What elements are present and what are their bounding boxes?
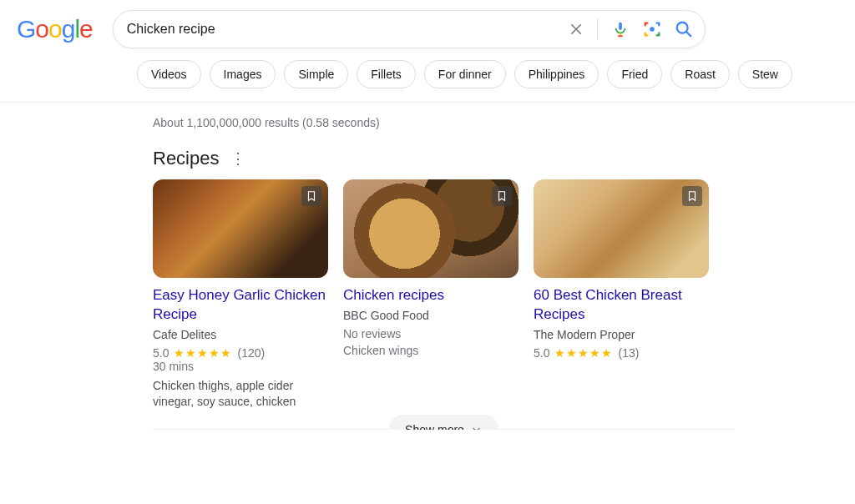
star-icon: ★★★★★ — [174, 346, 232, 360]
voice-search-icon[interactable] — [611, 20, 630, 38]
chip-roast[interactable]: Roast — [670, 60, 730, 88]
recipe-category: Chicken wings — [343, 344, 519, 357]
rating-value: 5.0 — [534, 346, 549, 360]
recipe-rating: 5.0 ★★★★★ (120) — [153, 346, 328, 360]
recipe-no-reviews: No reviews — [343, 327, 519, 340]
bookmark-icon[interactable] — [492, 186, 512, 206]
recipe-title[interactable]: 60 Best Chicken Breast Recipes — [534, 286, 709, 325]
recipe-ingredients: Chicken thighs, apple cider vinegar, soy… — [153, 378, 328, 411]
chip-fried[interactable]: Fried — [607, 60, 662, 88]
recipe-card: Easy Honey Garlic Chicken Recipe Cafe De… — [153, 179, 328, 411]
recipe-title[interactable]: Easy Honey Garlic Chicken Recipe — [153, 286, 328, 325]
star-icon: ★★★★★ — [554, 346, 613, 360]
svg-rect-0 — [619, 23, 622, 30]
chip-images[interactable]: Images — [210, 60, 276, 88]
recipe-source: BBC Good Food — [343, 309, 519, 322]
bookmark-icon[interactable] — [682, 186, 702, 206]
chip-stew[interactable]: Stew — [738, 60, 792, 88]
svg-point-3 — [650, 27, 655, 32]
recipe-time: 30 mins — [153, 360, 328, 373]
search-bar-icons — [569, 18, 693, 40]
recipe-card: Chicken recipes BBC Good Food No reviews… — [343, 179, 519, 411]
recipe-card: 60 Best Chicken Breast Recipes The Moder… — [534, 179, 709, 411]
section-header: Recipes ⋮ — [153, 148, 735, 169]
show-more-divider: Show more — [153, 429, 735, 430]
icon-divider — [597, 18, 598, 40]
clear-icon[interactable] — [569, 22, 584, 37]
section-title: Recipes — [153, 148, 219, 169]
filter-chips: Videos Images Simple Fillets For dinner … — [0, 48, 855, 102]
show-more-button[interactable]: Show more — [388, 415, 499, 430]
search-button-icon[interactable] — [675, 20, 693, 38]
header-row: Google — [0, 0, 855, 48]
search-bar[interactable] — [113, 10, 706, 48]
review-count: (13) — [618, 346, 639, 360]
show-more-label: Show more — [405, 423, 464, 430]
more-options-icon[interactable]: ⋮ — [230, 151, 245, 166]
image-search-icon[interactable] — [643, 20, 661, 38]
chip-videos[interactable]: Videos — [137, 60, 201, 88]
recipe-cards: Easy Honey Garlic Chicken Recipe Cafe De… — [153, 179, 735, 411]
chip-for-dinner[interactable]: For dinner — [424, 60, 506, 88]
svg-line-5 — [686, 32, 691, 37]
review-count: (120) — [237, 346, 265, 360]
result-stats: About 1,100,000,000 results (0.58 second… — [153, 116, 735, 129]
search-input[interactable] — [125, 21, 569, 38]
google-logo[interactable]: Google — [17, 15, 93, 43]
recipe-rating: 5.0 ★★★★★ (13) — [534, 346, 709, 360]
chevron-down-icon — [471, 424, 483, 430]
chip-philippines[interactable]: Philippines — [514, 60, 600, 88]
recipe-title[interactable]: Chicken recipes — [343, 286, 519, 305]
rating-value: 5.0 — [153, 346, 169, 360]
chip-fillets[interactable]: Fillets — [357, 60, 416, 88]
recipe-thumbnail[interactable] — [534, 179, 709, 278]
bookmark-icon[interactable] — [301, 186, 321, 206]
recipe-thumbnail[interactable] — [343, 179, 519, 278]
recipe-thumbnail[interactable] — [153, 179, 328, 278]
recipe-source: The Modern Proper — [534, 328, 709, 341]
results-content: About 1,100,000,000 results (0.58 second… — [0, 103, 735, 430]
chip-simple[interactable]: Simple — [284, 60, 348, 88]
recipe-source: Cafe Delites — [153, 328, 328, 341]
